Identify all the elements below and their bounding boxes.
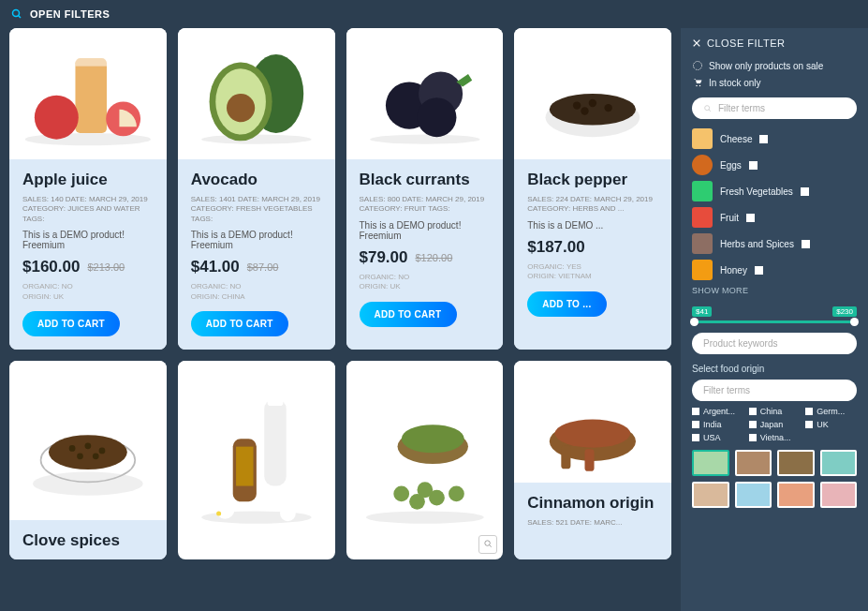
slider-max: $230	[832, 306, 857, 317]
origin-item[interactable]: China	[749, 407, 801, 416]
product-image	[178, 361, 335, 548]
product-title: Black currants	[360, 171, 491, 189]
product-origin: ORGANIC: NO ORIGIN: CHINA	[191, 282, 322, 302]
checkbox[interactable]	[759, 135, 768, 143]
color-swatches	[692, 450, 857, 508]
origin-item[interactable]: Germ...	[805, 407, 857, 416]
category-item[interactable]: Honey	[692, 260, 857, 280]
product-origin: ORGANIC: YES ORIGIN: VIETNAM	[527, 262, 658, 282]
category-item[interactable]: Fresh Vegetables	[692, 181, 857, 201]
product-grid: Apple juice SALES: 140 DATE: MARCH 29, 2…	[0, 28, 681, 611]
svg-point-45	[417, 482, 433, 498]
keywords-input[interactable]: Product keywords	[692, 333, 857, 354]
color-swatch[interactable]	[735, 482, 772, 508]
svg-point-38	[365, 511, 483, 523]
checkbox[interactable]	[755, 266, 763, 275]
product-old-price: $120.00	[416, 252, 453, 263]
product-desc: This is a DEMO product! Freemium	[22, 230, 154, 250]
svg-rect-51	[585, 449, 595, 470]
svg-point-21	[581, 107, 589, 114]
close-filter-button[interactable]: CLOSE FILTER	[692, 37, 857, 49]
add-to-cart-button[interactable]: ADD TO CART	[191, 311, 288, 336]
svg-point-40	[401, 425, 463, 453]
price-slider[interactable]: $41 $230	[692, 306, 857, 323]
product-old-price: $87.00	[247, 261, 279, 273]
checkbox[interactable]	[801, 187, 809, 196]
category-item[interactable]: Eggs	[692, 155, 857, 175]
product-old-price: $213.00	[87, 261, 125, 273]
category-item[interactable]: Cheese	[692, 128, 857, 149]
color-swatch[interactable]	[820, 450, 858, 476]
product-card	[178, 361, 335, 559]
sale-option[interactable]: Show only products on sale	[692, 60, 857, 71]
sale-icon	[692, 60, 703, 71]
add-to-cart-button[interactable]: ADD TO CART	[22, 311, 120, 336]
color-swatch[interactable]	[735, 450, 772, 476]
origin-item[interactable]: Argent...	[692, 407, 743, 416]
close-filter-label: CLOSE FILTER	[707, 37, 785, 49]
svg-point-55	[696, 85, 698, 87]
svg-point-41	[393, 486, 409, 502]
svg-point-12	[370, 135, 479, 144]
origin-item[interactable]: UK	[805, 420, 857, 429]
category-item[interactable]: Fruit	[692, 207, 857, 228]
product-meta: SALES: 224 DATE: MARCH 29, 2019 CATEGORY…	[527, 195, 658, 215]
product-title: Black pepper	[527, 171, 658, 189]
add-to-cart-button[interactable]: ADD TO ...	[527, 291, 606, 317]
filter-terms-input[interactable]: Filter terms	[692, 97, 857, 119]
color-swatch[interactable]	[692, 450, 729, 476]
fruit-icon	[692, 207, 713, 228]
svg-point-35	[215, 500, 234, 519]
product-title: Clove spices	[22, 531, 154, 550]
product-image	[514, 28, 671, 159]
search-icon[interactable]	[11, 8, 22, 20]
product-image	[514, 361, 671, 483]
color-swatch[interactable]	[777, 450, 815, 476]
slider-track[interactable]	[692, 320, 857, 323]
svg-point-26	[85, 442, 92, 449]
color-swatch[interactable]	[820, 482, 858, 508]
svg-point-18	[573, 101, 581, 109]
product-price: $160.00	[22, 258, 80, 276]
close-icon	[692, 38, 701, 48]
filter-sidebar: CLOSE FILTER Show only products on sale …	[681, 28, 868, 611]
svg-point-22	[33, 472, 142, 496]
svg-rect-34	[236, 447, 253, 486]
svg-point-27	[99, 448, 106, 455]
stock-option[interactable]: In stock only	[692, 77, 857, 88]
product-price: $41.00	[191, 258, 240, 276]
open-filters-label[interactable]: OPEN FILTERS	[30, 8, 110, 20]
svg-point-36	[216, 511, 221, 515]
product-meta: SALES: 800 DATE: MARCH 29, 2019 CATEGORY…	[360, 195, 491, 215]
svg-point-0	[13, 10, 20, 17]
svg-rect-31	[264, 399, 286, 485]
color-swatch[interactable]	[692, 482, 729, 508]
origin-item[interactable]: USA	[692, 433, 743, 442]
category-list: Cheese Eggs Fresh Vegetables Fruit Herbs…	[692, 128, 857, 280]
product-meta: SALES: 521 DATE: MARC...	[527, 518, 658, 528]
zoom-icon[interactable]	[478, 535, 497, 554]
product-card: Apple juice SALES: 140 DATE: MARCH 29, 2…	[9, 28, 167, 350]
svg-point-37	[280, 505, 296, 521]
product-image	[9, 361, 167, 520]
svg-point-25	[69, 445, 76, 452]
origin-item[interactable]: Japan	[749, 420, 801, 429]
category-item[interactable]: Herbs and Spices	[692, 233, 857, 254]
color-swatch[interactable]	[777, 482, 815, 508]
topbar: OPEN FILTERS	[0, 0, 868, 28]
svg-point-20	[605, 104, 612, 112]
product-card: Avocado SALES: 1401 DATE: MARCH 29, 2019…	[178, 28, 335, 350]
origin-filter-input[interactable]: Filter terms	[692, 380, 857, 401]
origin-item[interactable]: Vietna...	[749, 433, 801, 442]
svg-point-28	[77, 453, 83, 459]
checkbox[interactable]	[802, 240, 810, 248]
checkbox[interactable]	[746, 214, 755, 222]
show-more-button[interactable]: SHOW MORE	[692, 286, 857, 295]
product-desc: This is a DEMO product! Freemium	[191, 230, 322, 250]
main-area: Apple juice SALES: 140 DATE: MARCH 29, 2…	[0, 28, 868, 611]
origin-item[interactable]: India	[692, 420, 743, 429]
svg-point-29	[93, 453, 99, 459]
add-to-cart-button[interactable]: ADD TO CART	[360, 302, 457, 327]
checkbox[interactable]	[749, 161, 758, 170]
svg-point-11	[227, 94, 255, 122]
